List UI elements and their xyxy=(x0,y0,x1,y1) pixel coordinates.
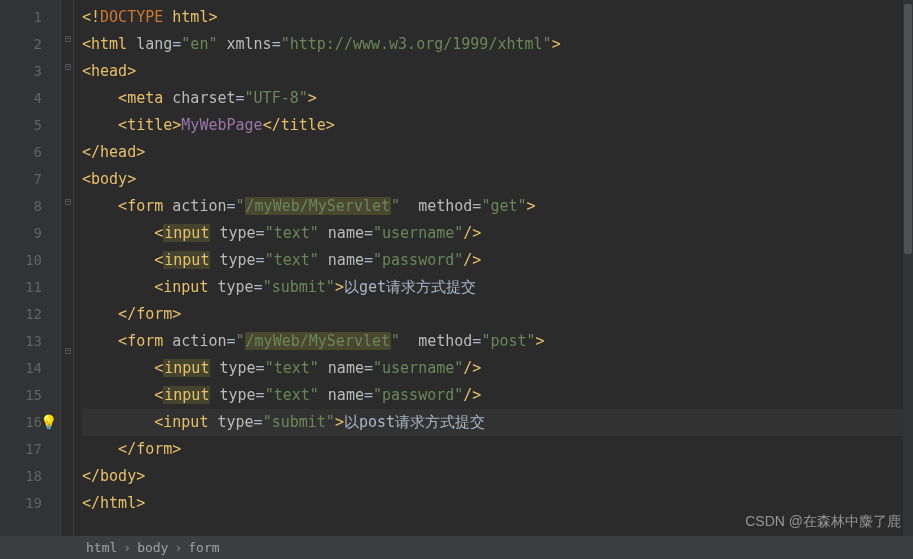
highlighted-tag: input xyxy=(163,359,210,377)
code-line: <input type="text" name="username"/> xyxy=(82,220,913,247)
code-line: <html lang="en" xmlns="http://www.w3.org… xyxy=(82,31,913,58)
line-number: 8 xyxy=(0,193,42,220)
code-line: <input type="text" name="username"/> xyxy=(82,355,913,382)
line-number: 15 xyxy=(0,382,42,409)
vertical-scrollbar[interactable] xyxy=(903,0,913,536)
line-number: 14 xyxy=(0,355,42,382)
line-number: 12 xyxy=(0,301,42,328)
line-number: 19 xyxy=(0,490,42,517)
scrollbar-thumb[interactable] xyxy=(904,4,912,254)
code-line: <head> xyxy=(82,58,913,85)
line-number: 13 xyxy=(0,328,42,355)
line-number: 9 xyxy=(0,220,42,247)
code-line-current: <input type="submit">以post请求方式提交 xyxy=(82,409,913,436)
fold-toggle-icon[interactable]: ⊟ xyxy=(63,34,73,44)
code-line: <meta charset="UTF-8"> xyxy=(82,85,913,112)
code-line: </head> xyxy=(82,139,913,166)
breadcrumb-item[interactable]: form xyxy=(188,536,219,559)
code-line: <body> xyxy=(82,166,913,193)
code-line: <form action="/myWeb/MyServlet" method="… xyxy=(82,328,913,355)
highlighted-tag: input xyxy=(163,251,210,269)
code-line: <!DOCTYPE html> xyxy=(82,4,913,31)
line-number: 18 xyxy=(0,463,42,490)
line-number: 5 xyxy=(0,112,42,139)
line-number: 4 xyxy=(0,85,42,112)
highlighted-tag: input xyxy=(163,386,210,404)
code-line: </form> xyxy=(82,436,913,463)
code-line: <input type="submit">以get请求方式提交 xyxy=(82,274,913,301)
code-line: </body> xyxy=(82,463,913,490)
highlighted-tag: input xyxy=(163,224,210,242)
fold-toggle-icon[interactable]: ⊟ xyxy=(63,346,73,356)
line-number-gutter: 1 2 3 4 5 6 7 8 9 10 11 12 13 14 15 💡 16… xyxy=(0,0,60,536)
code-line: <title>MyWebPage</title> xyxy=(82,112,913,139)
intention-bulb-icon[interactable]: 💡 xyxy=(40,409,57,436)
line-number: 2 xyxy=(0,31,42,58)
fold-toggle-icon[interactable]: ⊟ xyxy=(63,197,73,207)
code-line: <input type="text" name="password"/> xyxy=(82,382,913,409)
code-editor: 1 2 3 4 5 6 7 8 9 10 11 12 13 14 15 💡 16… xyxy=(0,0,913,536)
line-number: 1 xyxy=(0,4,42,31)
watermark-text: CSDN @在森林中麋了鹿 xyxy=(745,513,901,531)
line-number: 17 xyxy=(0,436,42,463)
line-number: 11 xyxy=(0,274,42,301)
breadcrumb-separator-icon: › xyxy=(123,536,131,559)
line-number: 6 xyxy=(0,139,42,166)
line-number: 7 xyxy=(0,166,42,193)
breadcrumbs-bar: html › body › form xyxy=(0,536,913,559)
code-line: <input type="text" name="password"/> xyxy=(82,247,913,274)
line-number: 💡 16 xyxy=(0,409,42,436)
fold-toggle-icon[interactable]: ⊟ xyxy=(63,62,73,72)
breadcrumb-item[interactable]: body xyxy=(137,536,168,559)
code-line: <form action="/myWeb/MyServlet" method="… xyxy=(82,193,913,220)
breadcrumb-item[interactable]: html xyxy=(86,536,117,559)
highlighted-path: /myWeb/MyServlet xyxy=(245,197,392,215)
fold-column: ⊟ ⊟ ⊟ ⊟ xyxy=(60,0,74,536)
code-line: </form> xyxy=(82,301,913,328)
breadcrumb-separator-icon: › xyxy=(174,536,182,559)
code-area[interactable]: <!DOCTYPE html> <html lang="en" xmlns="h… xyxy=(74,0,913,536)
line-number: 10 xyxy=(0,247,42,274)
highlighted-path: /myWeb/MyServlet xyxy=(245,332,392,350)
line-number: 3 xyxy=(0,58,42,85)
